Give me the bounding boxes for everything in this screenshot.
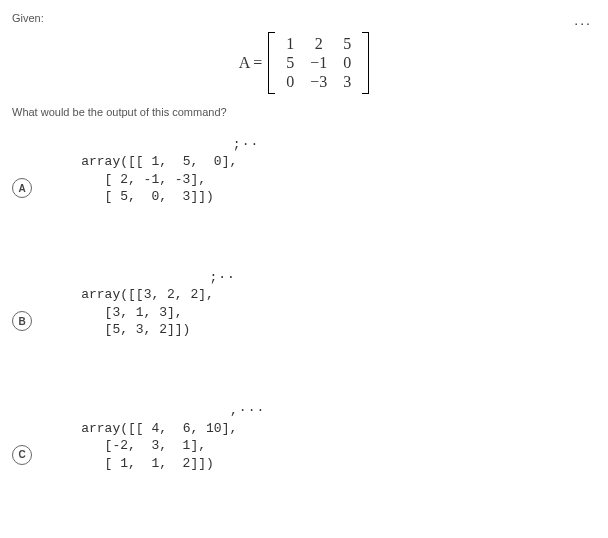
matrix-brackets: 1 2 5 5 −1 0 0 −3 3 [268,32,369,94]
option-code-b: array([[3, 2, 2], [3, 1, 3], [5, 3, 2]])… [50,269,214,374]
matrix-label: A = [239,54,263,72]
option-a[interactable]: A array([[ 1, 5, 0], [ 2, -1, -3], [ 5, … [12,136,596,241]
code-text: array([[ 1, 5, 0], [ 2, -1, -3], [ 5, 0,… [50,154,237,204]
option-code-c: array([[ 4, 6, 10], [-2, 3, 1], [ 1, 1, … [50,402,237,507]
matrix-cell: 0 [335,53,359,72]
option-code-a: array([[ 1, 5, 0], [ 2, -1, -3], [ 5, 0,… [50,136,237,241]
matrix-table: 1 2 5 5 −1 0 0 −3 3 [278,34,359,92]
option-letter-c: C [12,445,32,465]
matrix-cell: 3 [335,72,359,91]
more-dots: ... [574,12,592,28]
option-b[interactable]: B array([[3, 2, 2], [3, 1, 3], [5, 3, 2]… [12,269,596,374]
matrix-cell: −1 [302,53,335,72]
trailing-dots: ;·· [209,269,235,287]
matrix-cell: 5 [278,53,302,72]
matrix-cell: 2 [302,34,335,53]
matrix-cell: 5 [335,34,359,53]
matrix-cell: −3 [302,72,335,91]
option-c[interactable]: C array([[ 4, 6, 10], [-2, 3, 1], [ 1, 1… [12,402,596,507]
given-label: Given: [12,12,596,24]
option-letter-b: B [12,311,32,331]
matrix-cell: 0 [278,72,302,91]
code-text: array([[ 4, 6, 10], [-2, 3, 1], [ 1, 1, … [50,421,237,471]
trailing-dots: ;·· [233,136,259,154]
question-text: What would be the output of this command… [12,106,596,118]
code-text: array([[3, 2, 2], [3, 1, 3], [5, 3, 2]]) [50,287,214,337]
option-letter-a: A [12,178,32,198]
matrix-cell: 1 [278,34,302,53]
matrix-equation: A = 1 2 5 5 −1 0 0 −3 3 [12,32,596,94]
trailing-dots: ,··· [230,402,265,420]
